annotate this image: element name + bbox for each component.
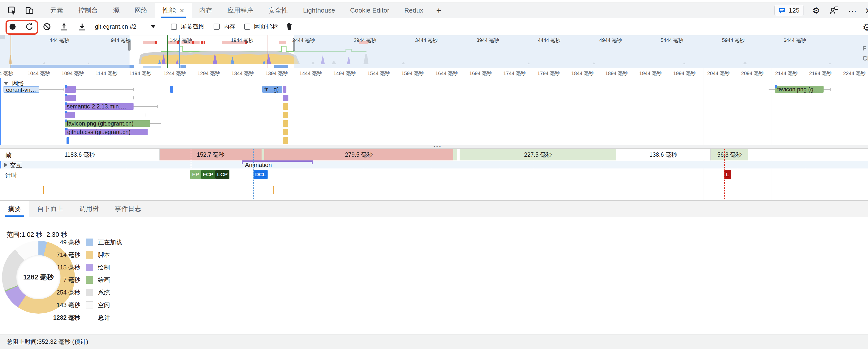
long-task-bar [194,41,199,44]
network-request-bar[interactable] [283,137,288,144]
details-tab-事件日志[interactable]: 事件日志 [107,201,149,217]
details-tab-自下而上[interactable]: 自下而上 [29,201,71,217]
network-request-bar[interactable]: fr…g) [262,86,282,93]
details-tab-摘要[interactable]: 摘要 [0,201,29,217]
delete-recording-icon[interactable] [285,22,293,31]
donut-total-label: 1282 毫秒 [2,241,75,314]
ruler-label: 1794 毫秒 [537,70,560,77]
request-priority-icon [65,128,67,130]
frame-bar[interactable]: 227.5 毫秒 [460,149,616,161]
tab-label: 内存 [199,6,212,15]
network-request-bar[interactable]: semantic-2.2.13.min…. [65,103,133,110]
ruler-label: 1594 毫秒 [401,70,424,77]
overview-time-label: 1944 毫秒 [213,37,253,44]
tab-源[interactable]: 源 [105,3,127,18]
timing-marker-FP[interactable]: FP [190,170,201,179]
frames-track: 1183.6 毫秒152.7 毫秒279.5 毫秒227.5 毫秒138.6 毫… [0,149,868,161]
reload-and-record-icon[interactable] [25,22,34,31]
profile-select[interactable]: git.egrant.cn #2 [95,23,136,30]
frame-bar[interactable] [748,149,868,161]
request-whisker [148,132,158,132]
tab-应用程序[interactable]: 应用程序 [220,3,261,18]
track-resize-handle[interactable]: ··· [0,145,868,149]
tab-close-icon[interactable]: × [180,6,184,15]
ruler-label: 1494 毫秒 [333,70,356,77]
detail-time-ruler[interactable]: 994 毫秒1044 毫秒1094 毫秒1144 毫秒1194 毫秒1244 毫… [0,68,868,78]
tab-控制台[interactable]: 控制台 [71,3,105,18]
network-request-bar[interactable]: favicon.png (g… [775,86,824,93]
legend-label: 总计 [98,314,110,322]
ruler-label: 1444 毫秒 [300,70,322,77]
capture-settings-gear-icon[interactable]: ⚙ [863,22,868,33]
legend-label: 系统 [98,289,110,296]
feedback-person-icon[interactable] [829,5,840,16]
details-tab-调用树[interactable]: 调用树 [71,201,107,217]
network-request-bar[interactable] [66,137,69,144]
long-task-tip [192,41,194,44]
frame-bar[interactable]: 152.7 毫秒 [160,149,261,161]
ruler-label: 2194 毫秒 [809,70,832,77]
timing-marker-DCL[interactable]: DCL [253,170,268,179]
tab-Redux[interactable]: Redux [397,3,431,18]
timing-marker-FCP[interactable]: FCP [201,170,215,179]
timing-marker-LCP[interactable]: LCP [215,170,229,179]
timeline-overview[interactable]: 444 毫秒944 毫秒1444 毫秒1944 毫秒2444 毫秒2944 毫秒… [0,35,868,68]
network-request-bar[interactable] [283,112,288,118]
tab-Cookie Editor[interactable]: Cookie Editor [343,3,397,18]
tab-label: Lighthouse [303,6,335,14]
network-request-bar[interactable] [283,95,288,101]
issues-counter[interactable]: 125 [774,5,804,16]
timing-marker-L[interactable]: L [724,170,731,179]
frame-bar[interactable]: 56.3 毫秒 [711,149,748,161]
tab-label: 应用程序 [227,6,253,15]
profile-dropdown-caret[interactable] [151,25,155,28]
clear-recording-icon[interactable] [43,22,51,31]
expand-triangle-icon[interactable] [4,163,7,168]
legend-swatch [86,301,93,309]
tab-Lighthouse[interactable]: Lighthouse [296,3,343,18]
tab-安全性[interactable]: 安全性 [261,3,296,18]
network-request-bar[interactable] [170,86,173,93]
more-options-icon[interactable]: ··· [848,6,857,15]
network-request-bar[interactable] [283,103,288,110]
status-bar: 总阻止时间:352.32 毫秒 (预计) [0,334,868,349]
network-request-bar[interactable] [283,120,288,127]
request-whisker [769,89,775,90]
frame-bar[interactable]: 1183.6 毫秒 [0,149,160,161]
legend-swatch [86,251,93,259]
frame-bar[interactable] [458,149,460,161]
request-priority-icon [65,111,67,113]
checkbox-屏幕截图[interactable] [171,24,177,30]
devtools-window: 元素控制台源网络性能×内存应用程序安全性LighthouseCookie Edi… [0,0,868,349]
request-whisker [133,106,157,107]
frame-bar[interactable] [453,149,457,161]
network-request-bar[interactable]: favicon.png (git.egrant.cn) [65,120,150,127]
frame-bar[interactable]: 279.5 毫秒 [264,149,453,161]
load-profile-icon[interactable] [60,22,68,31]
frame-bar[interactable]: 138.6 毫秒 [616,149,711,161]
tab-元素[interactable]: 元素 [43,3,71,18]
request-priority-icon [65,94,67,96]
overview-time-label: 3444 毫秒 [398,37,438,44]
tab-性能[interactable]: 性能× [155,3,192,18]
save-profile-icon[interactable] [78,22,86,31]
inspect-element-icon[interactable] [6,5,18,16]
close-devtools-icon[interactable]: × [865,5,868,16]
settings-gear-icon[interactable]: ⚙ [812,6,820,15]
ruler-label: 1244 毫秒 [163,70,186,77]
network-request-bar[interactable]: github.css (git.egrant.cn) [65,129,148,135]
checkbox-label-内存: 内存 [223,23,235,31]
checkbox-label-屏幕截图: 屏幕截图 [181,23,205,31]
device-toolbar-icon[interactable] [24,5,35,16]
network-request-bar[interactable]: egrant-yn… [3,86,39,93]
add-tab-button[interactable]: + [431,3,447,18]
frame-bar[interactable] [261,149,264,161]
checkbox-网页指标[interactable] [244,24,250,30]
network-request-bar[interactable] [283,86,286,93]
network-request-bar[interactable] [283,129,288,135]
checkbox-内存[interactable] [214,24,220,30]
record-button[interactable] [9,24,16,30]
tab-内存[interactable]: 内存 [192,3,220,18]
tab-网络[interactable]: 网络 [127,3,155,18]
ruler-label: 994 毫秒 [0,70,13,77]
